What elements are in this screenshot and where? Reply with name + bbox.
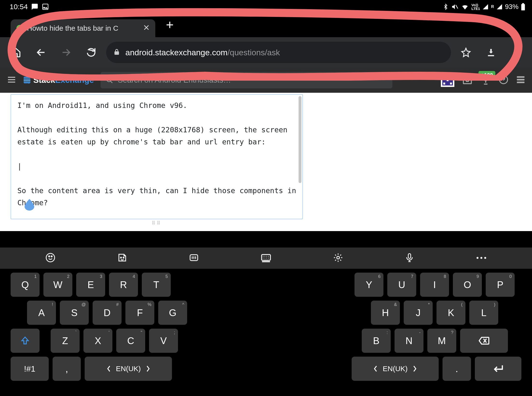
svg-point-25 (48, 256, 50, 257)
bluetooth-icon (443, 3, 449, 10)
lock-icon (113, 48, 120, 57)
post-body-editor[interactable]: I'm on Android11, and using Chrome v96. … (11, 94, 303, 219)
key-l[interactable]: L) (469, 301, 498, 325)
key-d[interactable]: D# (93, 301, 122, 325)
svg-rect-9 (24, 77, 30, 78)
svg-point-12 (107, 77, 111, 82)
voice-input-button[interactable] (405, 252, 414, 264)
user-avatar[interactable] (441, 73, 454, 87)
emoji-button[interactable] (45, 253, 55, 264)
key-s[interactable]: S@ (60, 301, 89, 325)
browser-chrome: Howto hide the tabs bar in C (0, 14, 532, 68)
new-tab-button[interactable] (165, 19, 175, 32)
svg-point-26 (51, 256, 52, 257)
key-a[interactable]: A! (27, 301, 56, 325)
symbols-key[interactable]: !#1 (11, 357, 49, 381)
battery-icon (521, 3, 525, 10)
key-z[interactable]: Z` (51, 329, 80, 353)
keyboard-more-button[interactable] (476, 256, 487, 260)
browser-menu-button[interactable] (506, 42, 526, 63)
key-o[interactable]: O9 (453, 273, 482, 297)
browser-tabstrip: Howto hide the tabs bar in C (0, 14, 532, 37)
status-time: 10:54 (10, 3, 28, 11)
keyboard-settings-button[interactable] (333, 253, 343, 264)
reputation-badge: +100 (478, 71, 495, 79)
key-n[interactable]: N- (395, 329, 423, 353)
key-j[interactable]: J* (404, 301, 433, 325)
svg-rect-23 (517, 81, 525, 83)
svg-point-27 (120, 257, 121, 258)
svg-rect-19 (450, 83, 452, 85)
svg-rect-32 (195, 256, 196, 259)
key-t[interactable]: T5 (142, 273, 171, 297)
shift-key[interactable] (11, 329, 40, 353)
key-k[interactable]: K( (437, 301, 465, 325)
svg-rect-3 (522, 3, 524, 4)
svg-rect-4 (115, 51, 119, 55)
key-v[interactable]: V; (149, 329, 178, 353)
key-w[interactable]: W2 (43, 273, 72, 297)
help-button[interactable] (499, 75, 508, 85)
key-f[interactable]: F% (125, 301, 154, 325)
key-g[interactable]: G^ (158, 301, 187, 325)
key-m[interactable]: M? (427, 329, 456, 353)
key-e[interactable]: E3 (76, 273, 105, 297)
key-q[interactable]: Q1 (11, 273, 40, 297)
bookmark-button[interactable] (456, 42, 476, 63)
key-i[interactable]: I8 (420, 273, 449, 297)
forward-button[interactable] (56, 42, 76, 63)
enter-key[interactable] (475, 357, 521, 381)
key-b[interactable]: B: (362, 329, 391, 353)
editor-scrollbar[interactable] (299, 96, 301, 183)
svg-rect-16 (450, 76, 452, 78)
key-y[interactable]: Y6 (355, 273, 383, 297)
sticker-button[interactable] (117, 253, 127, 264)
search-icon (106, 76, 113, 84)
tab-favicon (16, 25, 23, 32)
achievements-button[interactable]: +100 (480, 74, 491, 86)
key-x[interactable]: X' (83, 329, 112, 353)
language-key-right[interactable]: EN(UK) (352, 357, 439, 381)
url-bar[interactable]: android.stackexchange.com/questions/ask (106, 42, 451, 63)
gif-button[interactable] (189, 253, 199, 264)
inbox-button[interactable] (462, 74, 473, 86)
keyboard-toolbar (0, 248, 532, 269)
site-switcher-button[interactable] (516, 75, 525, 85)
software-keyboard: Q1W2E3R4T5Y6U7I8O9P0 A!S@D#F%G^H&J*K(L) … (0, 248, 532, 396)
close-tab-button[interactable] (143, 24, 150, 33)
key-c[interactable]: C" (116, 329, 145, 353)
comma-key[interactable]: , (53, 357, 81, 381)
site-logo[interactable]: StackExchange (23, 75, 94, 85)
downloads-button[interactable] (481, 42, 501, 63)
editor-text[interactable]: I'm on Android11, and using Chrome v96. … (11, 95, 302, 219)
key-r[interactable]: R4 (109, 273, 138, 297)
key-u[interactable]: U7 (387, 273, 416, 297)
svg-point-38 (484, 257, 486, 259)
svg-rect-22 (517, 79, 525, 80)
svg-rect-35 (408, 254, 411, 258)
svg-rect-31 (194, 256, 195, 259)
site-search-input[interactable] (118, 76, 387, 85)
key-p[interactable]: P0 (486, 273, 515, 297)
text-cursor-handle[interactable] (25, 199, 34, 211)
site-search[interactable] (101, 72, 392, 88)
svg-rect-17 (447, 79, 449, 81)
svg-rect-2 (521, 4, 525, 10)
period-key[interactable]: . (443, 357, 471, 381)
browser-tab[interactable]: Howto hide the tabs bar in C (11, 19, 155, 37)
svg-point-6 (515, 48, 517, 50)
svg-line-1 (456, 5, 458, 9)
editor-resize-handle[interactable]: ⠿⠿ (11, 219, 303, 227)
site-menu-button[interactable] (7, 75, 16, 85)
backspace-key[interactable] (460, 329, 508, 353)
key-h[interactable]: H& (371, 301, 400, 325)
svg-rect-21 (517, 76, 525, 78)
svg-point-36 (477, 257, 478, 259)
home-button[interactable] (6, 42, 26, 63)
back-button[interactable] (31, 42, 51, 63)
tab-title: Howto hide the tabs bar in C (27, 24, 139, 32)
keyboard-layout-button[interactable] (261, 252, 271, 264)
reload-button[interactable] (81, 42, 101, 63)
volte-icon: Vo))LTE1 (471, 3, 480, 10)
language-key-left[interactable]: EN(UK) (85, 357, 172, 381)
